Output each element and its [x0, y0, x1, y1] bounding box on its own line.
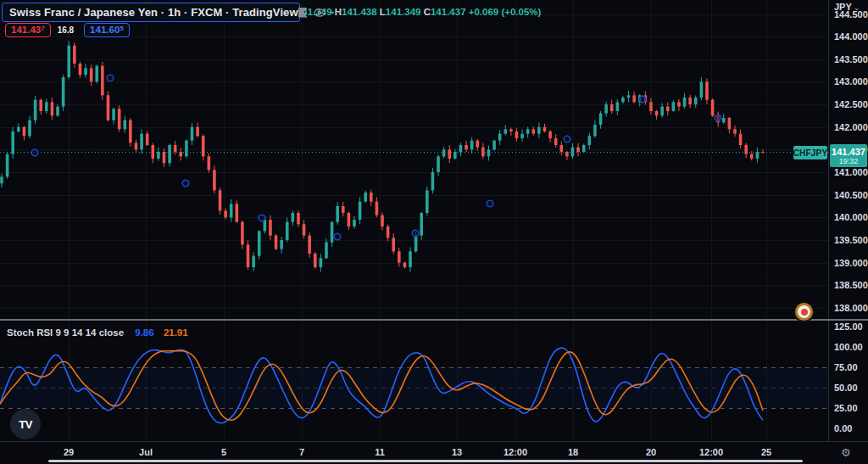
time-tick-label: 7	[299, 447, 304, 457]
price-tick-label: 140.500	[834, 190, 868, 200]
time-tick-label: 18	[568, 447, 578, 457]
current-price-badge: 141.437 19:32	[830, 144, 867, 167]
bar-countdown: 19:32	[839, 157, 859, 165]
price-axis[interactable]: JPY⌄ 141.437 19:32 144.500144.000143.500…	[828, 0, 868, 441]
price-tick-label: 144.000	[834, 31, 868, 42]
price-tick-label: 138.500	[834, 280, 868, 290]
price-tick-label: 139.000	[834, 258, 868, 268]
record-dot-icon	[801, 309, 808, 316]
legend-icons: •••	[298, 8, 348, 18]
stoch-tick-label: 0.00	[834, 423, 852, 433]
stoch-k-value: 9.86	[135, 327, 153, 338]
spread-value: 16.8	[58, 25, 74, 35]
chart-canvas[interactable]	[0, 0, 828, 441]
price-tick-label: 142.000	[834, 122, 868, 132]
price-tick-label: 143.500	[834, 54, 868, 64]
more-icon[interactable]: •••	[331, 8, 342, 17]
time-tick-label: 25	[761, 447, 771, 457]
stoch-tick-label: 50.00	[834, 383, 858, 393]
tradingview-logo[interactable]: TV	[10, 409, 41, 439]
time-tick-label: 29	[64, 447, 74, 457]
symbol-price-label: CHFJPY	[793, 146, 827, 159]
price-tick-label: 141.000	[834, 167, 868, 177]
price-tick-label: 144.500	[834, 9, 868, 20]
record-button[interactable]	[795, 303, 813, 321]
price-tick-label: 139.500	[834, 235, 868, 245]
close-label: C	[424, 7, 431, 17]
buy-button[interactable]: 141.605	[84, 23, 130, 37]
sell-button[interactable]: 141.437	[5, 23, 51, 37]
stoch-tick-label: 125.00	[834, 321, 863, 332]
symbol-title[interactable]: Swiss Franc / Japanese Yen · 1h · FXCM ·…	[3, 6, 298, 19]
low-label: L	[380, 7, 386, 17]
time-tick-label: 12:00	[504, 447, 527, 457]
stoch-tick-label: 25.00	[834, 403, 858, 413]
pane-separator[interactable]	[0, 319, 868, 321]
flag-icon[interactable]	[298, 8, 308, 18]
horizontal-scrollbar[interactable]	[48, 460, 803, 462]
time-tick-label: Jul	[139, 447, 153, 457]
time-tick-label: 13	[452, 447, 462, 457]
stoch-rsi-title: Stoch RSI 9 9 14 14 close	[7, 327, 124, 338]
price-tick-label: 142.500	[834, 99, 868, 109]
bid-ask-row: 141.437 16.8 141.605	[5, 23, 130, 37]
price-tick-label: 138.000	[834, 303, 868, 313]
stoch-tick-label: 75.00	[834, 362, 858, 372]
gear-icon[interactable]: ⚙	[841, 446, 851, 459]
low-value: 141.349	[386, 7, 421, 17]
eye-icon[interactable]	[314, 8, 326, 17]
time-tick-label: 20	[646, 447, 656, 457]
symbol-legend[interactable]: Swiss Franc / Japanese Yen · 1h · FXCM ·…	[2, 3, 300, 22]
stoch-tick-label: 100.00	[834, 342, 863, 352]
time-tick-label: 5	[221, 447, 226, 457]
price-tick-label: 143.000	[834, 76, 868, 87]
stoch-d-value: 21.91	[164, 327, 188, 338]
trading-chart-window: O141.349 H141.438 L141.349 C141.437 +0.0…	[0, 0, 868, 464]
time-tick-label: 12:00	[699, 447, 723, 457]
time-tick-label: 11	[375, 447, 385, 457]
price-tick-label: 140.000	[834, 212, 868, 222]
close-value: 141.437	[431, 7, 466, 17]
stoch-rsi-legend[interactable]: Stoch RSI 9 9 14 14 close 9.86 21.91	[7, 327, 188, 338]
change-value: +0.069 (+0.05%)	[469, 7, 542, 17]
